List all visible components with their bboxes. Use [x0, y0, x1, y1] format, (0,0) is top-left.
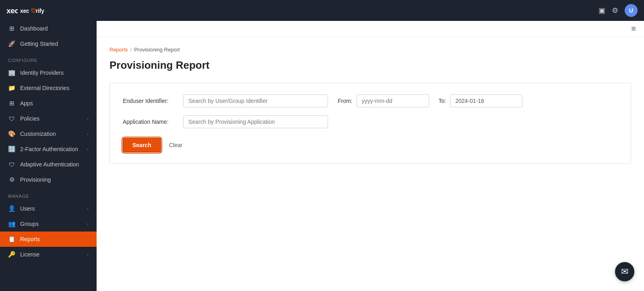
sidebar-item-2fa[interactable]: 🔢 2-Factor Authentication ›	[0, 141, 97, 157]
sidebar-item-label: Groups	[20, 221, 82, 227]
sidebar-item-label: External Directories	[20, 85, 89, 91]
2fa-icon: 🔢	[8, 146, 15, 153]
app-name-label: Application Name:	[123, 119, 179, 125]
sidebar-item-label: Reports	[20, 236, 89, 242]
search-button[interactable]: Search	[123, 138, 161, 152]
sidebar-item-license[interactable]: 🔑 License ›	[0, 247, 97, 262]
logo: xec xec 🛡 rify	[6, 5, 48, 16]
sidebar-item-label: Policies	[20, 115, 82, 122]
app-name-group: Application Name:	[123, 115, 328, 128]
panel-toggle-button[interactable]: ▣	[599, 6, 605, 15]
groups-icon: 👥	[8, 220, 15, 227]
navbar-right: ▣ ⚙ U	[599, 4, 638, 17]
hamburger-button[interactable]: ≡	[631, 24, 636, 33]
sidebar-item-identity-providers[interactable]: 🏢 Identity Providers	[0, 65, 97, 80]
manage-section-label: Manage	[0, 187, 97, 201]
sidebar-item-external-directories[interactable]: 📁 External Directories	[0, 80, 97, 96]
breadcrumb: Reports / Provisioning Report	[109, 47, 631, 53]
chevron-right-icon: ›	[87, 131, 89, 136]
sidebar-item-label: Provisioning	[20, 176, 89, 183]
sidebar-item-customization[interactable]: 🎨 Customization ›	[0, 126, 97, 141]
sidebar-item-reports[interactable]: 📋 Reports	[0, 232, 97, 247]
enduser-input[interactable]	[183, 94, 328, 107]
chevron-right-icon: ›	[87, 206, 89, 211]
adaptive-icon: 🛡	[8, 161, 15, 168]
enduser-group: Enduser Identifier:	[123, 94, 328, 107]
form-row-2: Application Name:	[123, 115, 618, 128]
breadcrumb-parent-link[interactable]: Reports	[109, 47, 128, 53]
form-row-1: Enduser Identifier: From: To:	[123, 94, 618, 107]
identity-icon: 🏢	[8, 69, 15, 76]
from-group: From:	[338, 94, 429, 107]
reports-icon: 📋	[8, 236, 15, 243]
settings-button[interactable]: ⚙	[612, 6, 618, 15]
button-row: Search Clear	[123, 138, 618, 152]
chevron-right-icon: ›	[87, 147, 89, 152]
sidebar-section-configure: Configure 🏢 Identity Providers 📁 Externa…	[0, 51, 97, 187]
sidebar-item-label: Identity Providers	[20, 70, 89, 76]
rocket-icon: 🚀	[8, 40, 15, 47]
chevron-right-icon: ›	[87, 252, 89, 257]
user-icon: 👤	[8, 205, 15, 212]
sidebar: ⊞ Dashboard 🚀 Getting Started Configure …	[0, 21, 97, 291]
main-content: ≡ Reports / Provisioning Report Provisio…	[97, 21, 644, 291]
breadcrumb-separator: /	[130, 47, 132, 53]
to-input[interactable]	[450, 94, 522, 107]
sidebar-item-label: Dashboard	[20, 25, 89, 32]
sidebar-item-label: 2-Factor Authentication	[20, 146, 82, 152]
chevron-right-icon: ›	[87, 221, 89, 226]
breadcrumb-current: Provisioning Report	[134, 47, 180, 53]
shield-icon: 🛡	[8, 115, 15, 122]
sidebar-item-groups[interactable]: 👥 Groups ›	[0, 216, 97, 232]
sidebar-item-label: Users	[20, 205, 82, 212]
sidebar-item-dashboard[interactable]: ⊞ Dashboard	[0, 21, 97, 36]
configure-section-label: Configure	[0, 51, 97, 65]
form-section: Enduser Identifier: From: To: A	[109, 83, 631, 164]
from-label: From:	[338, 98, 353, 104]
from-input[interactable]	[357, 94, 429, 107]
svg-text:xec: xec	[6, 6, 18, 15]
sidebar-item-label: Customization	[20, 131, 82, 137]
sidebar-item-provisioning[interactable]: ⚙ Provisioning	[0, 172, 97, 187]
sidebar-item-label: Getting Started	[20, 41, 89, 47]
svg-text:rify: rify	[36, 8, 44, 14]
page-body: Reports / Provisioning Report Provisioni…	[97, 37, 644, 291]
sidebar-section-main: ⊞ Dashboard 🚀 Getting Started	[0, 21, 97, 51]
avatar[interactable]: U	[625, 4, 638, 17]
sidebar-item-apps[interactable]: ⊞ Apps	[0, 96, 97, 111]
clear-button[interactable]: Clear	[166, 139, 186, 152]
chevron-right-icon: ›	[87, 116, 89, 121]
app-name-input[interactable]	[183, 115, 328, 128]
license-icon: 🔑	[8, 251, 15, 258]
page-title: Provisioning Report	[109, 59, 631, 72]
apps-icon: ⊞	[8, 100, 15, 107]
sidebar-item-policies[interactable]: 🛡 Policies ›	[0, 111, 97, 126]
enduser-label: Enduser Identifier:	[123, 98, 179, 104]
sidebar-item-adaptive-auth[interactable]: 🛡 Adaptive Authentication	[0, 157, 97, 172]
to-group: To:	[439, 94, 523, 107]
sidebar-item-getting-started[interactable]: 🚀 Getting Started	[0, 36, 97, 51]
sidebar-item-label: Adaptive Authentication	[20, 161, 89, 168]
layout: ⊞ Dashboard 🚀 Getting Started Configure …	[0, 21, 644, 291]
sidebar-item-label: Apps	[20, 100, 89, 107]
sidebar-item-label: License	[20, 251, 82, 258]
sidebar-section-manage: Manage 👤 Users › 👥 Groups › 📋 Reports 🔑 …	[0, 187, 97, 262]
dashboard-icon: ⊞	[8, 25, 15, 32]
brand: xec xec 🛡 rify	[6, 5, 48, 16]
provisioning-icon: ⚙	[8, 176, 15, 183]
paint-icon: 🎨	[8, 130, 15, 137]
navbar: xec xec 🛡 rify ▣ ⚙ U	[0, 0, 644, 21]
sidebar-item-users[interactable]: 👤 Users ›	[0, 201, 97, 216]
directory-icon: 📁	[8, 84, 15, 92]
to-label: To:	[439, 98, 446, 104]
chat-icon: ✉	[621, 266, 628, 277]
main-topbar: ≡	[97, 21, 644, 37]
svg-text:xec: xec	[20, 8, 29, 14]
chat-bubble-button[interactable]: ✉	[615, 262, 634, 281]
